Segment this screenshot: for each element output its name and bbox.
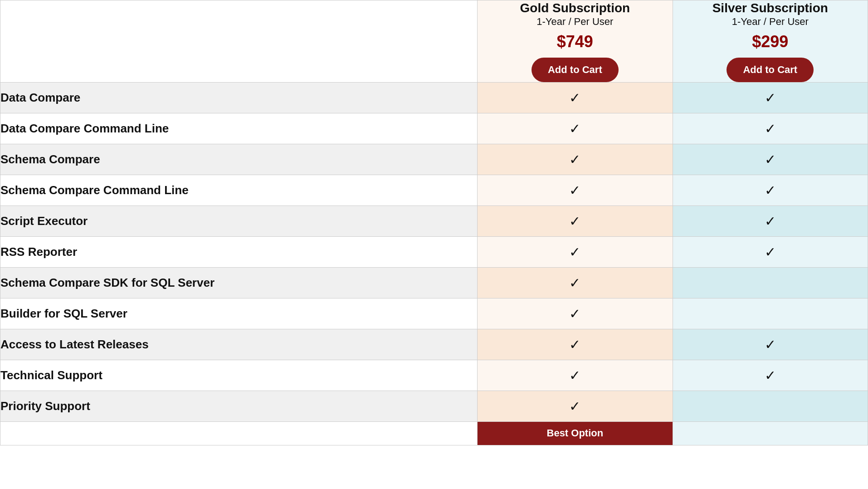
table-row: Schema Compare✓✓ (0, 144, 868, 175)
gold-feature-check: ✓ (478, 298, 673, 329)
feature-name: RSS Reporter (0, 236, 478, 267)
feature-name: Schema Compare SDK for SQL Server (0, 267, 478, 298)
gold-feature-check: ✓ (478, 329, 673, 360)
silver-feature-check: ✓ (673, 144, 868, 175)
silver-plan-title: Silver Subscription (673, 0, 868, 16)
table-row: Technical Support✓✓ (0, 360, 868, 391)
table-row: Schema Compare SDK for SQL Server✓ (0, 267, 868, 298)
silver-feature-check: ✓ (673, 82, 868, 113)
silver-feature-check: ✓ (673, 113, 868, 144)
best-option-row: Best Option (0, 421, 868, 445)
silver-add-to-cart-button[interactable]: Add to Cart (727, 58, 814, 82)
comparison-table: Gold Subscription 1-Year / Per User $749… (0, 0, 868, 445)
gold-feature-check: ✓ (478, 205, 673, 236)
silver-feature-check: ✓ (673, 205, 868, 236)
silver-feature-check (673, 298, 868, 329)
gold-plan-title: Gold Subscription (478, 0, 672, 16)
silver-plan-subtitle: 1-Year / Per User (673, 16, 868, 28)
gold-feature-check: ✓ (478, 360, 673, 391)
table-row: Access to Latest Releases✓✓ (0, 329, 868, 360)
silver-feature-check: ✓ (673, 175, 868, 205)
best-option-label-cell: Best Option (478, 421, 673, 445)
silver-feature-check: ✓ (673, 236, 868, 267)
best-option-text: Best Option (547, 427, 604, 439)
silver-feature-check: ✓ (673, 329, 868, 360)
best-option-silver-cell (673, 421, 868, 445)
best-option-feature-cell (0, 421, 478, 445)
table-row: Data Compare✓✓ (0, 82, 868, 113)
silver-feature-check (673, 391, 868, 421)
gold-feature-check: ✓ (478, 82, 673, 113)
table-row: Data Compare Command Line✓✓ (0, 113, 868, 144)
gold-plan-subtitle: 1-Year / Per User (478, 16, 672, 28)
gold-header: Gold Subscription 1-Year / Per User $749… (478, 0, 673, 83)
feature-name: Builder for SQL Server (0, 298, 478, 329)
silver-feature-check (673, 267, 868, 298)
gold-feature-check: ✓ (478, 236, 673, 267)
feature-name: Technical Support (0, 360, 478, 391)
gold-feature-check: ✓ (478, 144, 673, 175)
gold-feature-check: ✓ (478, 267, 673, 298)
feature-name: Schema Compare Command Line (0, 175, 478, 205)
table-row: Priority Support✓ (0, 391, 868, 421)
gold-feature-check: ✓ (478, 175, 673, 205)
table-row: Schema Compare Command Line✓✓ (0, 175, 868, 205)
feature-name: Schema Compare (0, 144, 478, 175)
header-row: Gold Subscription 1-Year / Per User $749… (0, 0, 868, 83)
feature-name: Data Compare Command Line (0, 113, 478, 144)
table-row: RSS Reporter✓✓ (0, 236, 868, 267)
table-row: Script Executor✓✓ (0, 205, 868, 236)
gold-add-to-cart-button[interactable]: Add to Cart (532, 58, 619, 82)
gold-feature-check: ✓ (478, 391, 673, 421)
silver-plan-price: $299 (673, 32, 868, 51)
feature-name: Data Compare (0, 82, 478, 113)
feature-name: Script Executor (0, 205, 478, 236)
feature-header (0, 0, 478, 83)
feature-name: Access to Latest Releases (0, 329, 478, 360)
silver-header: Silver Subscription 1-Year / Per User $2… (673, 0, 868, 83)
feature-name: Priority Support (0, 391, 478, 421)
table-row: Builder for SQL Server✓ (0, 298, 868, 329)
gold-plan-price: $749 (478, 32, 672, 51)
gold-feature-check: ✓ (478, 113, 673, 144)
silver-feature-check: ✓ (673, 360, 868, 391)
